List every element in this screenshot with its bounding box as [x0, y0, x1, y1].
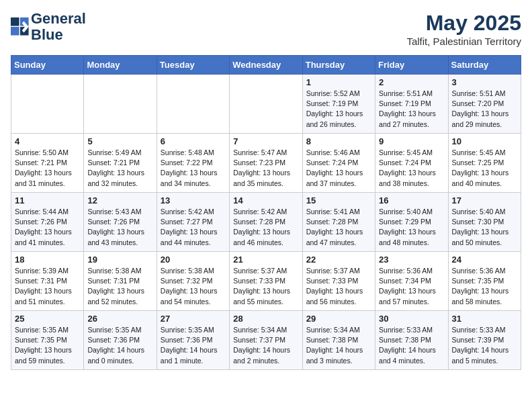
day-info: Sunrise: 5:43 AM Sunset: 7:26 PM Dayligh… — [87, 207, 152, 248]
day-number: 23 — [379, 255, 444, 265]
day-number: 3 — [452, 77, 517, 87]
day-info: Sunrise: 5:34 AM Sunset: 7:37 PM Dayligh… — [233, 325, 298, 366]
calendar-table: SundayMondayTuesdayWednesdayThursdayFrid… — [11, 55, 521, 370]
day-info: Sunrise: 5:45 AM Sunset: 7:24 PM Dayligh… — [379, 148, 444, 189]
week-row-4: 18Sunrise: 5:39 AM Sunset: 7:31 PM Dayli… — [11, 252, 521, 311]
day-number: 13 — [161, 195, 226, 205]
day-info: Sunrise: 5:39 AM Sunset: 7:31 PM Dayligh… — [15, 266, 80, 307]
day-number: 8 — [306, 136, 371, 146]
day-number: 20 — [161, 255, 226, 265]
title-block: May 2025 Talfit, Palestinian Territory — [406, 11, 521, 47]
day-cell: 3Sunrise: 5:51 AM Sunset: 7:20 PM Daylig… — [448, 75, 521, 134]
day-cell: 26Sunrise: 5:35 AM Sunset: 7:36 PM Dayli… — [84, 311, 157, 370]
week-row-3: 11Sunrise: 5:44 AM Sunset: 7:26 PM Dayli… — [11, 193, 521, 252]
day-number: 4 — [15, 136, 80, 146]
location: Talfit, Palestinian Territory — [406, 36, 521, 47]
day-cell: 5Sunrise: 5:49 AM Sunset: 7:21 PM Daylig… — [84, 134, 157, 193]
day-cell: 23Sunrise: 5:36 AM Sunset: 7:34 PM Dayli… — [375, 252, 448, 311]
week-row-1: 1Sunrise: 5:52 AM Sunset: 7:19 PM Daylig… — [11, 75, 521, 134]
svg-rect-2 — [11, 27, 19, 36]
header-cell-friday: Friday — [375, 56, 448, 75]
day-cell: 22Sunrise: 5:37 AM Sunset: 7:33 PM Dayli… — [302, 252, 375, 311]
day-number: 7 — [233, 136, 298, 146]
day-number: 30 — [379, 314, 444, 324]
day-info: Sunrise: 5:51 AM Sunset: 7:19 PM Dayligh… — [379, 89, 444, 130]
day-number: 6 — [161, 136, 226, 146]
day-number: 5 — [87, 136, 152, 146]
day-cell: 20Sunrise: 5:38 AM Sunset: 7:32 PM Dayli… — [157, 252, 229, 311]
day-number: 25 — [15, 314, 80, 324]
day-info: Sunrise: 5:51 AM Sunset: 7:20 PM Dayligh… — [452, 89, 517, 130]
day-cell: 13Sunrise: 5:42 AM Sunset: 7:27 PM Dayli… — [157, 193, 229, 252]
day-info: Sunrise: 5:33 AM Sunset: 7:39 PM Dayligh… — [452, 325, 517, 366]
day-number: 31 — [452, 314, 517, 324]
day-number: 15 — [306, 195, 371, 205]
day-info: Sunrise: 5:40 AM Sunset: 7:29 PM Dayligh… — [379, 207, 444, 248]
calendar-header: SundayMondayTuesdayWednesdayThursdayFrid… — [11, 56, 521, 75]
day-number: 22 — [306, 255, 371, 265]
day-number: 16 — [379, 195, 444, 205]
day-cell: 30Sunrise: 5:33 AM Sunset: 7:38 PM Dayli… — [375, 311, 448, 370]
day-cell: 14Sunrise: 5:42 AM Sunset: 7:28 PM Dayli… — [230, 193, 302, 252]
logo: General Blue — [11, 11, 86, 43]
day-number: 14 — [233, 195, 298, 205]
day-cell: 17Sunrise: 5:40 AM Sunset: 7:30 PM Dayli… — [448, 193, 521, 252]
day-info: Sunrise: 5:52 AM Sunset: 7:19 PM Dayligh… — [306, 89, 371, 130]
day-info: Sunrise: 5:36 AM Sunset: 7:35 PM Dayligh… — [452, 266, 517, 307]
day-info: Sunrise: 5:42 AM Sunset: 7:28 PM Dayligh… — [233, 207, 298, 248]
header-cell-wednesday: Wednesday — [230, 56, 302, 75]
day-cell — [11, 75, 84, 134]
day-info: Sunrise: 5:35 AM Sunset: 7:36 PM Dayligh… — [87, 325, 152, 366]
header-cell-saturday: Saturday — [448, 56, 521, 75]
day-number: 29 — [306, 314, 371, 324]
day-info: Sunrise: 5:37 AM Sunset: 7:33 PM Dayligh… — [233, 266, 298, 307]
week-row-2: 4Sunrise: 5:50 AM Sunset: 7:21 PM Daylig… — [11, 134, 521, 193]
day-info: Sunrise: 5:33 AM Sunset: 7:38 PM Dayligh… — [379, 325, 444, 366]
calendar-body: 1Sunrise: 5:52 AM Sunset: 7:19 PM Daylig… — [11, 75, 521, 370]
day-cell: 21Sunrise: 5:37 AM Sunset: 7:33 PM Dayli… — [230, 252, 302, 311]
day-number: 17 — [452, 195, 517, 205]
day-cell: 6Sunrise: 5:48 AM Sunset: 7:22 PM Daylig… — [157, 134, 229, 193]
day-cell: 2Sunrise: 5:51 AM Sunset: 7:19 PM Daylig… — [375, 75, 448, 134]
day-cell: 24Sunrise: 5:36 AM Sunset: 7:35 PM Dayli… — [448, 252, 521, 311]
day-info: Sunrise: 5:48 AM Sunset: 7:22 PM Dayligh… — [161, 148, 226, 189]
day-info: Sunrise: 5:47 AM Sunset: 7:23 PM Dayligh… — [233, 148, 298, 189]
day-cell: 12Sunrise: 5:43 AM Sunset: 7:26 PM Dayli… — [84, 193, 157, 252]
day-number: 24 — [452, 255, 517, 265]
svg-rect-0 — [11, 17, 19, 26]
day-info: Sunrise: 5:40 AM Sunset: 7:30 PM Dayligh… — [452, 207, 517, 248]
logo-text: General Blue — [31, 11, 86, 43]
day-number: 21 — [233, 255, 298, 265]
day-info: Sunrise: 5:49 AM Sunset: 7:21 PM Dayligh… — [87, 148, 152, 189]
day-cell: 4Sunrise: 5:50 AM Sunset: 7:21 PM Daylig… — [11, 134, 84, 193]
day-info: Sunrise: 5:44 AM Sunset: 7:26 PM Dayligh… — [15, 207, 80, 248]
page-header: General Blue May 2025 Talfit, Palestinia… — [11, 11, 521, 47]
week-row-5: 25Sunrise: 5:35 AM Sunset: 7:35 PM Dayli… — [11, 311, 521, 370]
day-number: 19 — [87, 255, 152, 265]
day-number: 27 — [161, 314, 226, 324]
day-cell: 25Sunrise: 5:35 AM Sunset: 7:35 PM Dayli… — [11, 311, 84, 370]
day-cell: 31Sunrise: 5:33 AM Sunset: 7:39 PM Dayli… — [448, 311, 521, 370]
header-cell-tuesday: Tuesday — [157, 56, 229, 75]
day-info: Sunrise: 5:38 AM Sunset: 7:31 PM Dayligh… — [87, 266, 152, 307]
day-cell — [157, 75, 229, 134]
header-cell-thursday: Thursday — [302, 56, 375, 75]
day-info: Sunrise: 5:35 AM Sunset: 7:35 PM Dayligh… — [15, 325, 80, 366]
day-cell: 1Sunrise: 5:52 AM Sunset: 7:19 PM Daylig… — [302, 75, 375, 134]
day-info: Sunrise: 5:50 AM Sunset: 7:21 PM Dayligh… — [15, 148, 80, 189]
day-info: Sunrise: 5:38 AM Sunset: 7:32 PM Dayligh… — [161, 266, 226, 307]
day-cell: 18Sunrise: 5:39 AM Sunset: 7:31 PM Dayli… — [11, 252, 84, 311]
day-number: 28 — [233, 314, 298, 324]
day-number: 26 — [87, 314, 152, 324]
day-cell: 11Sunrise: 5:44 AM Sunset: 7:26 PM Dayli… — [11, 193, 84, 252]
day-info: Sunrise: 5:41 AM Sunset: 7:28 PM Dayligh… — [306, 207, 371, 248]
logo-icon — [11, 17, 30, 36]
header-row: SundayMondayTuesdayWednesdayThursdayFrid… — [11, 56, 521, 75]
header-cell-sunday: Sunday — [11, 56, 84, 75]
day-cell: 16Sunrise: 5:40 AM Sunset: 7:29 PM Dayli… — [375, 193, 448, 252]
day-info: Sunrise: 5:42 AM Sunset: 7:27 PM Dayligh… — [161, 207, 226, 248]
day-number: 2 — [379, 77, 444, 87]
day-number: 12 — [87, 195, 152, 205]
day-info: Sunrise: 5:36 AM Sunset: 7:34 PM Dayligh… — [379, 266, 444, 307]
day-cell: 7Sunrise: 5:47 AM Sunset: 7:23 PM Daylig… — [230, 134, 302, 193]
